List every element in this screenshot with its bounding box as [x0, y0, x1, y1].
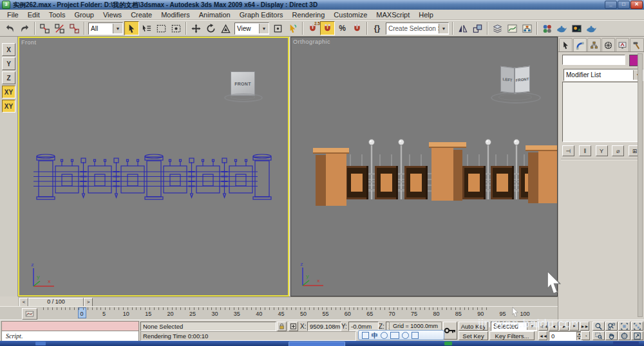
select-by-name-icon[interactable] — [139, 21, 154, 35]
ime-tools-icon[interactable] — [412, 332, 419, 339]
taskbar-item[interactable] — [35, 341, 46, 345]
angle-snap-toggle-icon[interactable] — [320, 21, 335, 35]
undo-icon[interactable] — [3, 21, 17, 35]
go-to-end-icon[interactable]: ►► — [580, 322, 589, 331]
remove-modifier-button[interactable]: ⌀ — [612, 145, 624, 156]
key-mode-toggle-icon[interactable]: ◄◄ — [538, 331, 547, 340]
auto-key-button[interactable]: Auto Key — [459, 322, 488, 331]
ime-logo-icon[interactable] — [362, 332, 369, 339]
macro-recorder-field[interactable] — [2, 322, 138, 331]
menu-tools[interactable]: Tools — [44, 10, 70, 19]
menu-group[interactable]: Group — [70, 10, 99, 19]
axis-constraint-x[interactable]: X — [2, 43, 15, 56]
next-frame-icon[interactable]: ►Ⅰ — [569, 322, 579, 331]
axis-constraint-xy-flyout[interactable]: XY — [2, 100, 15, 113]
menu-modifiers[interactable]: Modifiers — [156, 10, 194, 19]
spinner-snap-toggle-icon[interactable] — [350, 21, 365, 35]
zoom-extents-all-icon[interactable] — [631, 322, 643, 331]
axis-constraint-y[interactable]: Y — [2, 57, 15, 70]
ime-softkeyboard-icon[interactable] — [402, 332, 409, 339]
axis-constraint-xy[interactable]: XY — [2, 86, 15, 98]
time-slider-handle[interactable]: 0 / 100 — [28, 298, 84, 307]
x-coord-field[interactable]: 9509.108m — [307, 322, 341, 331]
selection-lock-toggle[interactable] — [277, 322, 287, 331]
ime-toolbar[interactable]: 中 — [358, 330, 444, 340]
maxscript-mini-listener[interactable]: Script. — [1, 321, 139, 341]
minimize-button[interactable]: _ — [605, 1, 617, 9]
select-and-link-icon[interactable] — [37, 21, 52, 35]
axis-constraint-z[interactable]: Z — [2, 71, 15, 84]
menu-maxscript[interactable]: MAXScript — [372, 10, 414, 19]
modifier-stack-list[interactable] — [562, 82, 641, 142]
curve-editor-icon[interactable] — [505, 21, 520, 35]
menu-help[interactable]: Help — [414, 10, 438, 19]
fence-shaded-model[interactable]: z x y — [291, 37, 557, 295]
use-pivot-point-center-icon[interactable] — [270, 21, 285, 35]
make-unique-button[interactable]: Y — [596, 145, 608, 156]
percent-snap-toggle-icon[interactable]: % — [335, 21, 350, 35]
go-to-start-icon[interactable]: ◄◄ — [538, 322, 548, 331]
material-editor-icon[interactable] — [540, 21, 554, 35]
absolute-mode-toggle[interactable] — [289, 322, 298, 331]
menu-file[interactable]: File — [3, 10, 23, 19]
previous-frame-icon[interactable]: ◄ — [549, 322, 558, 331]
layer-manager-icon[interactable] — [490, 21, 505, 35]
arc-rotate-icon[interactable] — [618, 331, 630, 340]
snaps-toggle-icon[interactable]: 2.5 — [305, 21, 320, 35]
command-panel-scrollbar[interactable] — [638, 53, 643, 317]
zoom-extents-icon[interactable] — [618, 322, 630, 331]
tab-display[interactable] — [616, 38, 629, 51]
taskbar-tray[interactable] — [613, 341, 639, 345]
zoom-icon[interactable] — [592, 322, 605, 331]
tab-create[interactable] — [559, 38, 573, 51]
tab-hierarchy[interactable] — [587, 38, 601, 51]
pin-stack-button[interactable]: ⊣ — [562, 145, 574, 156]
track-bar[interactable]: 0510152025303540455055606570758085909510… — [0, 306, 558, 320]
rendered-frame-window-icon[interactable] — [569, 21, 584, 35]
align-icon[interactable] — [470, 21, 485, 35]
time-slider-prev-button[interactable]: < — [19, 298, 28, 307]
window-crossing-icon[interactable] — [169, 21, 184, 35]
tab-utilities[interactable] — [630, 38, 643, 51]
track-bar-ruler[interactable]: 0510152025303540455055606570758085909510… — [39, 307, 554, 320]
select-and-scale-icon[interactable] — [218, 21, 233, 35]
modifier-list-dropdown[interactable]: Modifier List ▼ — [564, 69, 643, 81]
select-and-manipulate-icon[interactable] — [285, 21, 300, 35]
pan-view-icon[interactable] — [605, 331, 618, 340]
bind-to-space-warp-icon[interactable] — [67, 21, 82, 35]
schematic-view-icon[interactable] — [520, 21, 535, 35]
tab-motion[interactable] — [601, 38, 615, 51]
menu-create[interactable]: Create — [126, 10, 156, 19]
viewport-orthographic[interactable]: Orthographic LEFT FRONT — [290, 37, 558, 296]
unlink-selection-icon[interactable] — [52, 21, 67, 35]
key-filter-scope-dropdown[interactable]: Selected ▼ — [491, 322, 537, 331]
rectangular-selection-region-icon[interactable] — [154, 21, 169, 35]
taskbar-item[interactable] — [444, 341, 452, 345]
menu-rendering[interactable]: Rendering — [288, 10, 330, 19]
zoom-all-icon[interactable] — [605, 322, 618, 331]
ime-punctuation-icon[interactable] — [390, 332, 399, 339]
viewport-front[interactable]: Front FRONT — [18, 37, 289, 296]
close-button[interactable]: ✕ — [630, 1, 643, 9]
script-field[interactable]: Script. — [2, 331, 138, 341]
named-selection-set-dropdown[interactable]: Create Selection Set ▼ — [386, 23, 449, 35]
object-name-field[interactable] — [562, 55, 625, 65]
named-selection-sets-icon[interactable]: {} — [370, 21, 384, 35]
ime-mode-icon[interactable]: 中 — [372, 332, 378, 339]
reference-coordinate-system-dropdown[interactable]: View ▼ — [234, 23, 269, 35]
zoom-region-icon[interactable] — [592, 331, 605, 340]
mirror-icon[interactable] — [455, 21, 470, 35]
quick-render-icon[interactable] — [584, 21, 599, 35]
windows-taskbar[interactable] — [0, 341, 644, 346]
ime-fullhalf-icon[interactable] — [381, 332, 388, 339]
taskbar-item[interactable] — [289, 341, 345, 346]
time-slider-next-button[interactable]: > — [84, 298, 93, 307]
render-setup-icon[interactable] — [554, 21, 569, 35]
key-filters-button[interactable]: Key Filters... — [489, 331, 535, 340]
tab-modify[interactable] — [573, 38, 587, 51]
selection-filter-dropdown[interactable]: All ▼ — [88, 23, 123, 35]
time-configuration-icon[interactable]: ◔ — [581, 331, 590, 340]
open-mini-curve-editor-button[interactable] — [22, 308, 37, 320]
fence-wireframe-model[interactable]: z x y — [19, 38, 288, 295]
maximize-button[interactable]: □ — [618, 1, 630, 9]
